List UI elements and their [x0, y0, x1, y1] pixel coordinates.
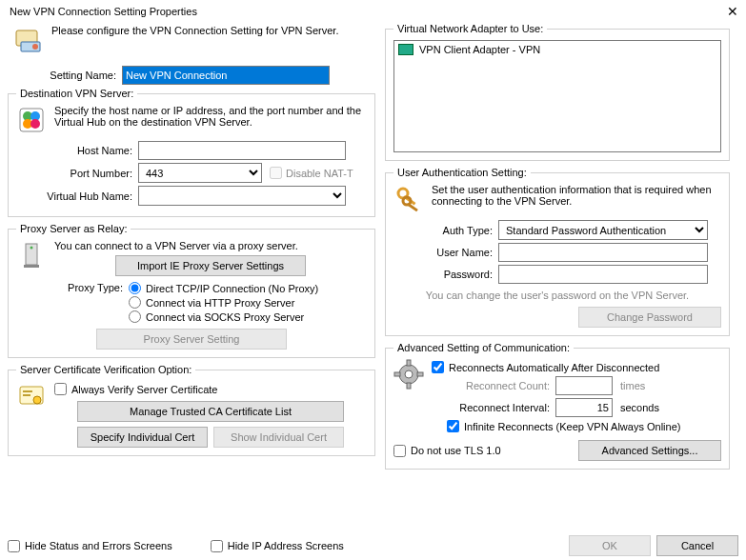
keys-icon: [393, 184, 424, 214]
hub-select[interactable]: [138, 186, 346, 206]
user-label: User Name:: [393, 247, 498, 258]
advanced-settings-button[interactable]: Advanced Settings...: [578, 440, 721, 461]
pass-label: Password:: [393, 269, 498, 280]
svg-point-10: [30, 247, 33, 250]
interval-input[interactable]: [555, 398, 613, 417]
proxy-desc: You can connect to a VPN Server via a pr…: [54, 240, 367, 251]
certificate-icon: [16, 381, 47, 411]
vpn-config-icon: [13, 25, 44, 55]
setting-name-label: Setting Name:: [8, 70, 122, 81]
adapter-label: VPN Client Adapter - VPN: [419, 44, 540, 55]
host-label: Host Name:: [16, 145, 138, 156]
setting-name-input[interactable]: [122, 66, 330, 85]
user-input[interactable]: [498, 243, 708, 262]
hub-label: Virtual Hub Name:: [16, 190, 138, 202]
adapter-legend: Virtual Network Adapter to Use:: [393, 23, 547, 34]
count-input: [555, 376, 613, 395]
import-ie-button[interactable]: Import IE Proxy Server Settings: [115, 255, 306, 276]
no-tls-label: Do not use TLS 1.0: [411, 445, 501, 456]
proxy-legend: Proxy Server as Relay:: [16, 223, 131, 234]
proxy-socks-radio[interactable]: [129, 310, 141, 323]
reconnect-checkbox[interactable]: [432, 361, 444, 373]
intro-text: Please configure the VPN Connection Sett…: [51, 25, 338, 36]
proxy-http-radio[interactable]: [129, 296, 141, 309]
auth-desc: Set the user authentication information …: [432, 184, 721, 214]
window-title: New VPN Connection Setting Properties: [10, 6, 197, 17]
server-globe-icon: [16, 105, 47, 135]
svg-rect-23: [394, 372, 400, 376]
hide-ip-checkbox[interactable]: [211, 540, 223, 552]
svg-rect-22: [407, 383, 411, 389]
svg-rect-18: [407, 203, 418, 211]
change-password-button: Change Password: [578, 307, 721, 328]
always-verify-checkbox[interactable]: [54, 383, 67, 395]
infinite-label: Infinite Reconnects (Keep VPN Always Onl…: [464, 421, 680, 432]
port-label: Port Number:: [16, 168, 138, 179]
svg-rect-3: [20, 109, 43, 131]
pass-input[interactable]: [498, 265, 708, 284]
port-select[interactable]: 443: [138, 163, 262, 183]
svg-point-2: [32, 44, 38, 50]
count-unit: times: [620, 380, 645, 391]
dest-legend: Destination VPN Server:: [16, 88, 137, 99]
svg-rect-9: [24, 265, 39, 268]
auth-legend: User Authentication Setting:: [393, 167, 531, 178]
adapter-listbox[interactable]: VPN Client Adapter - VPN: [393, 40, 721, 152]
gear-icon: [393, 359, 424, 390]
auth-type-select[interactable]: Standard Password Authentication: [498, 220, 708, 240]
no-tls-checkbox[interactable]: [393, 445, 406, 457]
dest-desc: Specify the host name or IP address, and…: [54, 105, 367, 135]
svg-point-12: [33, 396, 41, 404]
reconnect-label: Reconnects Automatically After Disconnec…: [449, 362, 659, 373]
adapter-item[interactable]: VPN Client Adapter - VPN: [396, 43, 718, 56]
disable-natt-checkbox: [270, 167, 282, 179]
proxy-direct-radio[interactable]: [129, 282, 141, 294]
disable-natt-label: Disable NAT-T: [286, 168, 353, 179]
hide-ip-label: Hide IP Address Screens: [228, 540, 344, 551]
hide-status-checkbox[interactable]: [8, 540, 20, 552]
ok-button: OK: [569, 535, 651, 556]
svg-point-20: [405, 370, 413, 378]
svg-rect-14: [23, 394, 30, 396]
show-cert-button: Show Individual Cert: [213, 427, 344, 448]
proxy-direct-label: Direct TCP/IP Connection (No Proxy): [146, 283, 318, 294]
host-input[interactable]: [138, 141, 346, 160]
svg-point-7: [30, 119, 40, 129]
proxy-tower-icon: [16, 240, 47, 270]
cancel-button[interactable]: Cancel: [656, 535, 738, 556]
interval-unit: seconds: [620, 402, 659, 413]
hide-status-label: Hide Status and Errors Screens: [25, 540, 172, 551]
specify-cert-button[interactable]: Specify Individual Cert: [77, 427, 208, 448]
infinite-checkbox[interactable]: [447, 420, 459, 432]
count-label: Reconnect Count:: [432, 380, 555, 391]
svg-rect-13: [23, 390, 32, 392]
proxy-type-label: Proxy Type:: [16, 280, 129, 293]
proxy-http-label: Connect via HTTP Proxy Server: [146, 297, 294, 309]
always-verify-label: Always Verify Server Certificate: [71, 384, 217, 395]
auth-hint: You can change the user's password on th…: [393, 290, 721, 301]
auth-type-label: Auth Type:: [393, 225, 498, 236]
svg-rect-21: [407, 360, 411, 366]
adv-legend: Advanced Setting of Communication:: [393, 342, 574, 353]
close-icon[interactable]: ✕: [727, 4, 738, 19]
cert-legend: Server Certificate Verification Option:: [16, 364, 195, 375]
proxy-setting-button: Proxy Server Setting: [96, 329, 287, 350]
interval-label: Reconnect Interval:: [432, 402, 555, 413]
svg-rect-24: [417, 372, 423, 376]
proxy-socks-label: Connect via SOCKS Proxy Server: [146, 311, 304, 323]
adapter-icon: [398, 44, 413, 55]
manage-ca-button[interactable]: Manage Trusted CA Certificate List: [77, 401, 344, 422]
